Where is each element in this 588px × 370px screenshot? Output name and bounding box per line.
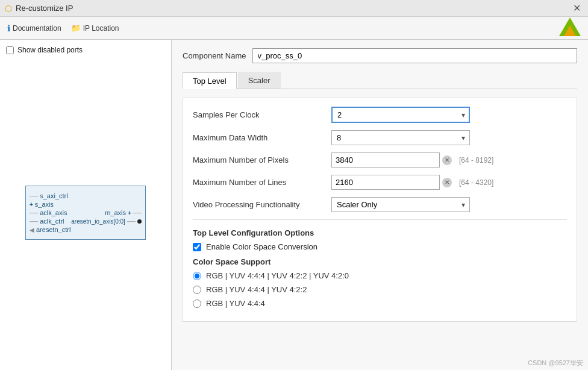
radio-row-1: RGB | YUV 4:4:4 | YUV 4:2:2 xyxy=(193,285,567,294)
video-func-label: Video Processing Functionality xyxy=(193,200,331,209)
radio-label-2: RGB | YUV 4:4:4 xyxy=(206,299,265,308)
right-panel: Component Name Top Level Scaler Samples … xyxy=(172,40,588,370)
ip-location-link[interactable]: 📁 IP Location xyxy=(71,24,119,33)
aresetn-io-dot xyxy=(137,219,142,224)
close-button[interactable]: ✕ xyxy=(571,2,583,14)
max-lines-row: Maximum Number of Lines ✕ [64 - 4320] xyxy=(193,175,567,190)
main-layout: Show disabled ports ── s_axi_ctrl + s_ax… xyxy=(0,40,588,370)
color-space-support-header: Color Space Support xyxy=(193,257,567,266)
m-axis-plus: + xyxy=(128,210,131,216)
radio-row-2: RGB | YUV 4:4:4 xyxy=(193,299,567,308)
tab-top-level[interactable]: Top Level xyxy=(183,72,237,89)
max-pixels-range: [64 - 8192] xyxy=(459,156,493,165)
component-name-row: Component Name xyxy=(183,48,577,63)
radio-label-1: RGB | YUV 4:4:4 | YUV 4:2:2 xyxy=(206,285,307,294)
title-bar: ⬡ Re-customize IP ✕ xyxy=(0,0,588,17)
info-icon: ℹ xyxy=(7,24,10,33)
show-disabled-label: Show disabled ports xyxy=(17,46,83,54)
m-axis-label: m_axis xyxy=(105,209,126,216)
port-row-aclk-ctrl: ── aclk_ctrl aresetn_io_axis[0:0] ── xyxy=(30,218,142,225)
brand-logo xyxy=(559,17,581,39)
aclk-ctrl-line: ── xyxy=(30,218,38,225)
max-lines-clear-button[interactable]: ✕ xyxy=(442,178,452,187)
form-section: Samples Per Clock 2 1 4 Maximum Data Wid… xyxy=(183,98,577,322)
divider-1 xyxy=(193,219,567,220)
radio-rgb-yuv-444[interactable] xyxy=(193,299,201,308)
aresetn-io-label: aresetn_io_axis[0:0] xyxy=(71,218,125,225)
max-data-width-select[interactable]: 8 10 12 16 xyxy=(331,130,470,145)
show-disabled-row: Show disabled ports xyxy=(6,46,165,54)
samples-per-clock-wrapper: 2 1 4 xyxy=(331,107,470,123)
folder-icon: 📁 xyxy=(71,24,81,33)
block-box: ── s_axi_ctrl + s_axis ── aclk_axi xyxy=(25,186,146,240)
max-pixels-clear-button[interactable]: ✕ xyxy=(442,155,452,165)
enable-color-space-row: Enable Color Space Conversion xyxy=(193,242,567,251)
samples-per-clock-row: Samples Per Clock 2 1 4 xyxy=(193,107,567,123)
s-axis-plus: + xyxy=(30,201,33,208)
ip-location-label: IP Location xyxy=(83,24,119,33)
radio-rgb-yuv-all[interactable] xyxy=(193,272,201,280)
documentation-link[interactable]: ℹ Documentation xyxy=(7,24,61,33)
app-icon: ⬡ xyxy=(5,4,12,13)
tabs: Top Level Scaler xyxy=(183,72,577,89)
video-func-select[interactable]: Scaler Only Full Processing xyxy=(331,197,470,212)
left-panel: Show disabled ports ── s_axi_ctrl + s_ax… xyxy=(0,40,172,370)
max-data-width-row: Maximum Data Width 8 10 12 16 xyxy=(193,130,567,145)
show-disabled-checkbox[interactable] xyxy=(6,46,14,54)
aresetn-ctrl-label: aresetn_ctrl xyxy=(36,226,70,233)
port-row-s-axis: + s_axis xyxy=(30,201,142,208)
samples-per-clock-label: Samples Per Clock xyxy=(193,110,331,119)
video-func-wrapper: Scaler Only Full Processing xyxy=(331,197,470,212)
max-pixels-label: Maximum Number of Pixels xyxy=(193,155,331,165)
port-row-aclk-axis: ── aclk_axis m_axis + ── xyxy=(30,209,142,216)
port-row-s-axi-ctrl: ── s_axi_ctrl xyxy=(30,192,142,199)
enable-color-space-label: Enable Color Space Conversion xyxy=(206,242,317,251)
radio-label-0: RGB | YUV 4:4:4 | YUV 4:2:2 | YUV 4:2:0 xyxy=(206,271,349,280)
port-row-aresetn-ctrl: ◀ aresetn_ctrl xyxy=(30,226,142,233)
video-func-row: Video Processing Functionality Scaler On… xyxy=(193,197,567,212)
max-pixels-row: Maximum Number of Pixels ✕ [64 - 8192] xyxy=(193,152,567,168)
config-section-header: Top Level Configuration Options xyxy=(193,228,567,237)
component-name-input[interactable] xyxy=(252,48,578,63)
watermark: CSDN @9527华安 xyxy=(528,359,583,368)
radio-rgb-yuv-422[interactable] xyxy=(193,286,201,294)
enable-color-space-checkbox[interactable] xyxy=(193,243,201,251)
s-axi-ctrl-label: s_axi_ctrl xyxy=(40,192,67,199)
max-pixels-input[interactable] xyxy=(331,152,440,168)
samples-per-clock-select[interactable]: 2 1 4 xyxy=(331,107,470,123)
aclk-ctrl-label: aclk_ctrl xyxy=(40,218,64,225)
toolbar: ℹ Documentation 📁 IP Location xyxy=(0,17,588,40)
title-bar-title: Re-customize IP xyxy=(16,4,73,13)
s-axi-ctrl-line: ── xyxy=(30,193,38,199)
tab-scaler[interactable]: Scaler xyxy=(238,72,281,89)
s-axis-label: s_axis xyxy=(35,201,54,208)
max-pixels-input-wrapper: ✕ [64 - 8192] xyxy=(331,152,493,168)
max-lines-range: [64 - 4320] xyxy=(459,178,493,187)
max-data-width-label: Maximum Data Width xyxy=(193,133,331,142)
component-name-label: Component Name xyxy=(183,51,246,60)
max-data-width-wrapper: 8 10 12 16 xyxy=(331,130,470,145)
documentation-label: Documentation xyxy=(13,24,61,33)
aresetn-io-line: ── xyxy=(127,218,136,225)
max-lines-label: Maximum Number of Lines xyxy=(193,178,331,187)
radio-row-0: RGB | YUV 4:4:4 | YUV 4:2:2 | YUV 4:2:0 xyxy=(193,271,567,280)
max-lines-input-wrapper: ✕ [64 - 4320] xyxy=(331,175,493,190)
aclk-axis-line: ── xyxy=(30,210,38,216)
block-diagram: ── s_axi_ctrl + s_axis ── aclk_axi xyxy=(6,61,165,364)
block-ports: ── s_axi_ctrl + s_axis ── aclk_axi xyxy=(26,192,145,233)
aresetn-ctrl-dot: ◀ xyxy=(30,227,34,233)
max-lines-input[interactable] xyxy=(331,175,440,190)
aclk-axis-label: aclk_axis xyxy=(40,209,67,216)
m-axis-line: ── xyxy=(133,210,142,216)
